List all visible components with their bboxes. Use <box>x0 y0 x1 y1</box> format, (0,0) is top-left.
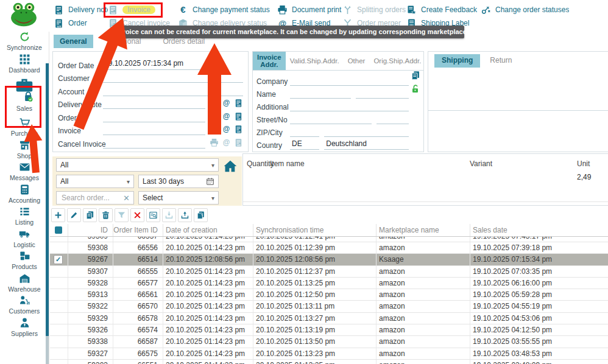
form-field-input[interactable] <box>103 138 205 149</box>
tab-orig-ship-address[interactable]: Orig.Ship.Addr. <box>369 52 425 70</box>
street-no-field[interactable] <box>376 114 409 124</box>
change-payment-status-button[interactable]: Change payment status <box>178 5 277 15</box>
type-filter-select[interactable]: Select ▾ <box>138 191 219 205</box>
edit-order-button[interactable] <box>67 208 81 222</box>
table-row[interactable]: 59309 66557 20.10.2025 01:14:23 pm 20.10… <box>50 237 608 242</box>
tab-other-address[interactable]: Other <box>344 52 370 70</box>
tab-valid-ship-address[interactable]: Valid.Ship.Addr. <box>286 52 344 70</box>
duplicate-order-button[interactable] <box>83 208 97 222</box>
column-header-synchronisation-time[interactable]: Synchronisation time <box>253 224 376 236</box>
tab-return[interactable]: Return <box>483 54 519 68</box>
create-feedback-button[interactable]: Create Feedback <box>406 5 481 15</box>
preview-search-button[interactable] <box>146 208 160 222</box>
accounting-calculator-icon <box>19 184 30 195</box>
sidebar-item-customers[interactable]: Customers <box>2 295 46 317</box>
sidebar-item-messages[interactable]: Messages <box>2 161 46 184</box>
form-field-input[interactable] <box>103 111 205 122</box>
export-button[interactable] <box>178 208 192 222</box>
table-row[interactable]: 59307 66555 20.10.2025 01:14:23 pm 20.10… <box>50 266 608 278</box>
sidebar-item-shop[interactable]: Shop <box>2 139 46 162</box>
table-row[interactable]: 59329 66578 20.10.2025 01:14:23 pm 20.10… <box>50 313 608 324</box>
table-row[interactable]: 59322 66570 20.10.2025 01:14:23 pm 20.10… <box>50 301 608 312</box>
status-filter-select[interactable]: All ▾ <box>56 175 134 188</box>
additional-field[interactable] <box>290 101 409 111</box>
sidebar-item-warehouse[interactable]: Warehouse <box>2 273 46 295</box>
print-icon[interactable] <box>210 138 219 147</box>
last-name-field[interactable] <box>356 88 409 99</box>
column-header-marketplace-name[interactable]: Marketplace name <box>376 224 470 236</box>
unlock-icon[interactable] <box>411 84 420 94</box>
sidebar-item-suppliers[interactable]: Suppliers <box>2 317 46 340</box>
clear-search-icon[interactable]: ✕ <box>123 194 130 203</box>
add-order-button[interactable] <box>51 208 65 222</box>
date-range-picker[interactable]: Last 30 days <box>138 175 219 188</box>
zip-field[interactable] <box>290 127 319 137</box>
sidebar-item-listing[interactable]: Listing <box>2 206 46 228</box>
column-header-date-of-creation[interactable]: Date of creation <box>163 224 253 236</box>
row-checkbox[interactable]: ✓ <box>54 255 63 264</box>
splitting-orders-button[interactable]: Splitting orders <box>342 5 406 15</box>
table-row[interactable]: 59308 66556 20.10.2025 01:14:23 pm 20.10… <box>50 242 608 254</box>
table-row[interactable]: 59303 66551 20.10.2025 01:14:23 pm 20.10… <box>50 360 608 364</box>
table-row[interactable]: ✓ 59267 66514 20.10.2025 12:08:56 pm 20.… <box>50 254 608 265</box>
email-at-icon[interactable] <box>222 138 231 147</box>
sidebar-item-products[interactable]: Products <box>2 250 46 273</box>
invoice-button[interactable]: Invoice <box>108 5 178 15</box>
select-all-checkbox[interactable] <box>55 226 62 234</box>
street-field[interactable] <box>290 114 372 124</box>
copy-page-button[interactable] <box>194 208 208 222</box>
sidebar-item-dashboard[interactable]: Dashboard <box>2 54 46 76</box>
search-order-input[interactable] <box>60 193 121 203</box>
country-name-field[interactable]: Deutschland <box>324 139 409 150</box>
marketplace-filter-select[interactable]: All ▾ <box>56 158 219 172</box>
table-row[interactable]: 59326 66574 20.10.2025 01:14:23 pm 20.10… <box>50 324 608 336</box>
form-field-input[interactable] <box>103 124 205 135</box>
delivery-note-button[interactable]: Delivery note <box>54 5 108 15</box>
email-at-icon[interactable] <box>222 99 231 108</box>
column-header-sales-date[interactable]: Sales date <box>470 224 608 236</box>
print-icon[interactable] <box>210 99 219 108</box>
document-icon[interactable] <box>234 99 243 108</box>
order-button[interactable]: Order <box>54 18 108 29</box>
document-icon[interactable] <box>234 125 243 134</box>
column-header-order-item-id[interactable]: Order Item ID <box>113 224 163 236</box>
table-row[interactable]: 59328 66577 20.10.2025 01:14:23 pm 20.10… <box>50 278 608 289</box>
tab-shipping[interactable]: Shipping <box>434 54 480 68</box>
sidebar-item-sales[interactable]: Sales <box>2 75 46 117</box>
email-at-icon[interactable] <box>222 125 231 134</box>
country-code-field[interactable]: DE <box>290 139 319 150</box>
table-row[interactable]: 59313 66561 20.10.2025 01:14:23 pm 20.10… <box>50 289 608 301</box>
app-logo-frog[interactable] <box>10 2 39 27</box>
form-field-input[interactable] <box>103 85 243 96</box>
sidebar-scrollbar[interactable] <box>46 63 49 341</box>
change-order-statuses-button[interactable]: Change order statuses <box>481 5 569 15</box>
email-at-icon[interactable] <box>222 112 231 121</box>
print-icon[interactable] <box>210 125 219 134</box>
form-field-input[interactable] <box>103 98 205 109</box>
form-field-input[interactable]: 19.10.2025 07:15:34 pm <box>103 59 205 70</box>
table-row[interactable]: 59338 66587 20.10.2025 01:14:23 pm 20.10… <box>50 336 608 348</box>
import-button[interactable] <box>162 208 176 222</box>
first-name-field[interactable] <box>290 88 351 99</box>
table-row[interactable]: 59327 66575 20.10.2025 01:14:23 pm 20.10… <box>50 348 608 360</box>
delete-order-button[interactable] <box>99 208 113 222</box>
document-print-button[interactable]: Document print <box>277 5 342 15</box>
tab-general[interactable]: General <box>54 35 93 48</box>
print-icon[interactable] <box>210 112 219 121</box>
home-icon[interactable] <box>222 158 238 174</box>
document-icon[interactable] <box>234 138 243 147</box>
document-icon[interactable] <box>234 112 243 121</box>
copy-address-icon[interactable] <box>411 71 420 80</box>
sidebar-item-synchronize[interactable]: Synchronize <box>2 31 46 54</box>
sidebar-item-purchase[interactable]: Purchase <box>2 117 46 139</box>
filter-button[interactable] <box>115 208 129 222</box>
company-field[interactable] <box>290 75 409 86</box>
tab-invoice-address[interactable]: Invoice Addr. <box>253 52 286 70</box>
cell-synchronisation-time: 20.10.2025 01:13:25 pm <box>253 278 376 289</box>
form-field-input[interactable] <box>103 72 243 83</box>
clear-filter-button[interactable] <box>130 208 144 222</box>
city-field[interactable] <box>324 127 409 137</box>
column-header-id[interactable]: ID <box>68 224 113 236</box>
sidebar-item-accounting[interactable]: Accounting <box>2 184 46 206</box>
sidebar-item-logistic[interactable]: Logistic <box>2 228 46 251</box>
